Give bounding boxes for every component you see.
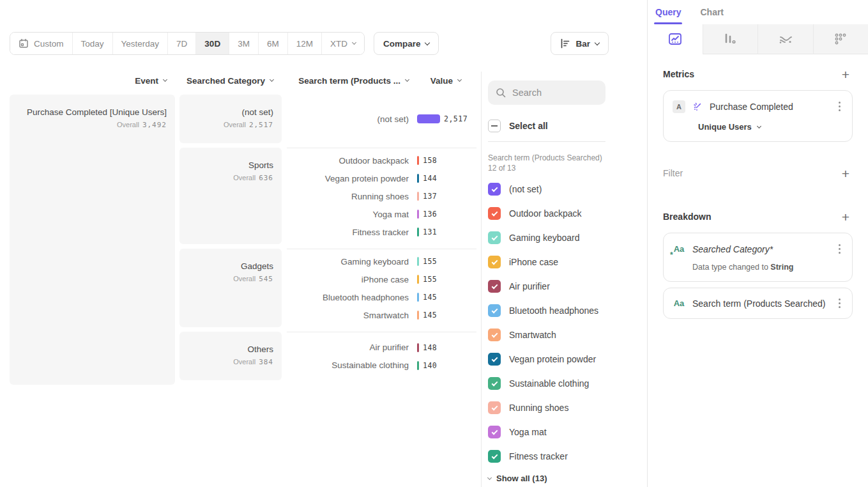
date-range-label: Today xyxy=(81,39,104,49)
filter-item[interactable]: Vegan protein powder xyxy=(488,347,647,371)
tab-query[interactable]: Query xyxy=(654,0,682,24)
filter-item[interactable]: Outdoor backpack xyxy=(488,201,647,226)
term-row[interactable]: Running shoes137 xyxy=(287,187,476,205)
bar-value: 145 xyxy=(423,311,437,320)
date-range-30d[interactable]: 30D xyxy=(195,33,229,54)
main-area: CustomTodayYesterday7D30D3M6M12MXTD Comp… xyxy=(0,0,647,487)
event-label: Purchase Completed [Unique Users] xyxy=(18,107,167,117)
search-box[interactable] xyxy=(488,81,605,105)
filter-checkbox[interactable] xyxy=(488,353,501,366)
divider xyxy=(488,141,605,142)
tab-funnels[interactable] xyxy=(703,24,758,54)
filter-checkbox[interactable] xyxy=(488,256,501,268)
filter-item[interactable]: iPhone case xyxy=(488,250,647,274)
filter-item[interactable]: Bluetooth headphones xyxy=(488,298,647,323)
add-breakdown-icon[interactable] xyxy=(839,210,853,224)
select-all-checkbox[interactable] xyxy=(488,120,501,132)
search-input[interactable] xyxy=(512,88,595,98)
bar-value: 145 xyxy=(423,293,437,302)
add-metric-icon[interactable] xyxy=(839,67,853,81)
filter-item[interactable]: Sustainable clothing xyxy=(488,371,647,396)
show-all-button[interactable]: Show all (13) xyxy=(488,474,647,483)
filter-item[interactable]: Fitness tracker xyxy=(488,444,647,468)
column-header-event[interactable]: Event xyxy=(10,76,175,86)
metric-card[interactable]: A Purchase Completed Unique Users xyxy=(663,90,853,142)
filter-checkbox[interactable] xyxy=(488,304,501,317)
term-row[interactable]: (not set)2,517 xyxy=(287,110,476,128)
filter-checkbox[interactable] xyxy=(488,329,501,341)
filter-item[interactable]: Yoga mat xyxy=(488,420,647,444)
overall-value: 545 xyxy=(259,275,273,283)
add-filter-icon[interactable] xyxy=(839,166,853,180)
sidebar-tabs: Query Chart xyxy=(648,0,868,24)
term-row[interactable]: Gaming keyboard155 xyxy=(287,252,476,270)
column-header-search-term[interactable]: Search term (Products ... xyxy=(287,76,417,86)
filter-checkbox[interactable] xyxy=(488,401,501,414)
term-row[interactable]: Bluetooth headphones145 xyxy=(287,288,476,306)
tab-flows[interactable] xyxy=(758,24,813,54)
term-rows: Gaming keyboard155iPhone case155Bluetoot… xyxy=(287,249,476,327)
breakdown-menu-icon[interactable] xyxy=(836,242,843,256)
term-row[interactable]: iPhone case155 xyxy=(287,270,476,288)
filter-checkbox[interactable] xyxy=(488,377,501,390)
filter-checkbox[interactable] xyxy=(488,426,501,438)
term-row[interactable]: Fitness tracker131 xyxy=(287,223,476,241)
chevron-down-icon xyxy=(757,123,761,128)
calendar-icon xyxy=(19,38,29,49)
date-range-7d[interactable]: 7D xyxy=(167,33,195,54)
value-bar xyxy=(417,192,419,201)
filter-checkbox[interactable] xyxy=(488,231,501,244)
date-range-3m[interactable]: 3M xyxy=(229,33,258,54)
select-all-row[interactable]: Select all xyxy=(488,120,647,132)
filter-item[interactable]: Gaming keyboard xyxy=(488,226,647,250)
filter-item[interactable]: Running shoes xyxy=(488,396,647,420)
metric-row: A Purchase Completed xyxy=(673,99,843,114)
category-overall: Overall2,517 xyxy=(188,121,273,129)
filter-checkbox[interactable] xyxy=(488,280,501,293)
filter-item[interactable]: (not set) xyxy=(488,177,647,201)
column-header-searched-category[interactable]: Searched Category xyxy=(179,76,282,86)
date-range-12m[interactable]: 12M xyxy=(287,33,321,54)
term-row[interactable]: Air purifier148 xyxy=(287,339,476,357)
breakdown-menu-icon[interactable] xyxy=(836,296,843,311)
metric-menu-icon[interactable] xyxy=(836,99,843,114)
tab-retention[interactable] xyxy=(813,24,868,54)
bar-value: 2,517 xyxy=(444,114,468,123)
category-overall: Overall384 xyxy=(188,358,273,366)
date-range-today[interactable]: Today xyxy=(72,33,112,54)
tab-chart[interactable]: Chart xyxy=(699,0,725,24)
filter-checkbox[interactable] xyxy=(488,207,501,220)
retention-icon xyxy=(834,33,848,45)
category-cell[interactable]: GadgetsOverall545 xyxy=(179,249,282,327)
bar-area: 131 xyxy=(417,228,476,236)
term-row[interactable]: Smartwatch145 xyxy=(287,306,476,324)
category-cell[interactable]: (not set)Overall2,517 xyxy=(179,95,282,143)
filter-checkbox[interactable] xyxy=(488,183,501,196)
tab-insights[interactable] xyxy=(648,24,703,54)
value-bar xyxy=(417,228,419,236)
bar-area: 137 xyxy=(417,192,476,201)
breakdown-card-search-term[interactable]: Aa Search term (Products Searched) xyxy=(663,288,853,319)
date-range-xtd[interactable]: XTD xyxy=(321,33,364,54)
breakdown-card-searched-category[interactable]: Aa Searched Category* Data type changed … xyxy=(663,233,853,282)
term-rows: (not set)2,517 xyxy=(287,95,476,143)
measure-selector[interactable]: Unique Users xyxy=(698,122,843,132)
term-row[interactable]: Sustainable clothing140 xyxy=(287,357,476,375)
filter-item-label: Sustainable clothing xyxy=(509,378,589,389)
filter-checkbox[interactable] xyxy=(488,450,501,463)
column-header-value[interactable]: Value xyxy=(417,76,476,86)
filter-item[interactable]: Smartwatch xyxy=(488,323,647,347)
filter-item[interactable]: Air purifier xyxy=(488,274,647,298)
event-cell[interactable]: Purchase Completed [Unique Users] Overal… xyxy=(10,95,175,385)
compare-button[interactable]: Compare xyxy=(374,32,439,55)
category-cell[interactable]: SportsOverall636 xyxy=(179,148,282,244)
term-row[interactable]: Yoga mat136 xyxy=(287,205,476,223)
date-range-yesterday[interactable]: Yesterday xyxy=(112,33,168,54)
bar-value: 144 xyxy=(423,174,437,183)
date-range-custom[interactable]: Custom xyxy=(10,33,72,54)
date-range-6m[interactable]: 6M xyxy=(258,33,287,54)
chart-type-button[interactable]: Bar xyxy=(551,32,609,55)
term-row[interactable]: Vegan protein powder144 xyxy=(287,169,476,187)
category-cell[interactable]: OthersOverall384 xyxy=(179,332,282,380)
term-row[interactable]: Outdoor backpack158 xyxy=(287,151,476,169)
